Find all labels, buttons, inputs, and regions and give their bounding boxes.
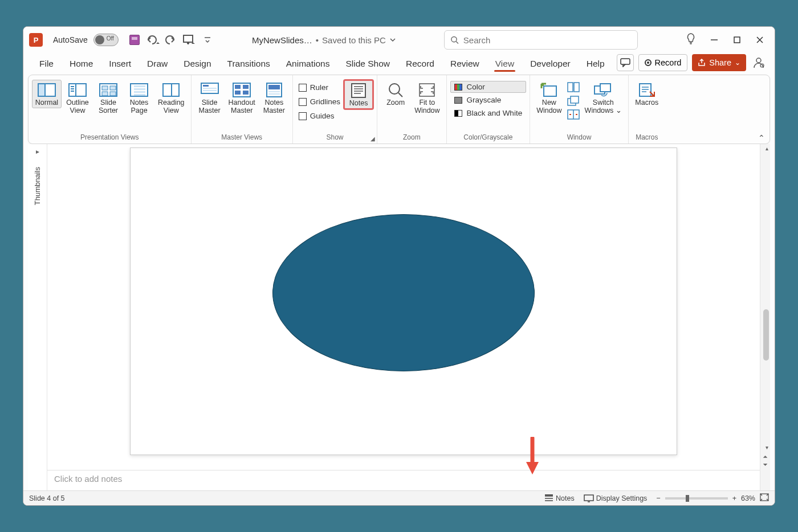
- search-box[interactable]: [444, 30, 638, 50]
- status-notes-button[interactable]: Notes: [544, 494, 575, 502]
- gridlines-checkbox[interactable]: Gridlines: [296, 95, 343, 108]
- move-split-button[interactable]: [567, 109, 580, 122]
- tab-file[interactable]: File: [31, 55, 62, 75]
- ellipse-shape[interactable]: [272, 214, 535, 371]
- tips-button[interactable]: [686, 33, 696, 47]
- fit-to-window-status-button[interactable]: [760, 493, 769, 503]
- comments-button[interactable]: [617, 54, 634, 71]
- expand-thumbnails-button[interactable]: ▸: [36, 148, 39, 155]
- tab-record[interactable]: Record: [398, 55, 442, 75]
- scroll-up-button[interactable]: ▴: [766, 145, 768, 152]
- scrollbar-thumb[interactable]: [763, 309, 769, 361]
- zoom-icon: [388, 82, 404, 98]
- svg-rect-18: [243, 91, 249, 95]
- tab-view[interactable]: View: [487, 55, 522, 75]
- normal-view-button[interactable]: Normal: [32, 80, 62, 108]
- reading-view-button[interactable]: ReadingView: [155, 80, 188, 116]
- macros-button[interactable]: Macros: [632, 80, 662, 108]
- notes-page-icon: [130, 83, 148, 97]
- qat-customize-button[interactable]: [199, 32, 215, 48]
- new-window-icon: [540, 83, 557, 97]
- title-center: MyNewSlides… • Saved to this PC: [218, 35, 430, 45]
- group-label: Window: [567, 133, 592, 144]
- notes-page-button[interactable]: NotesPage: [124, 80, 154, 116]
- zoom-out-button[interactable]: −: [656, 494, 660, 502]
- slide-master-button[interactable]: SlideMaster: [195, 80, 225, 116]
- handout-master-button[interactable]: HandoutMaster: [226, 80, 258, 116]
- save-button[interactable]: [127, 32, 142, 48]
- notes-pane[interactable]: Click to add notes: [47, 470, 760, 490]
- notes-icon: [351, 83, 367, 99]
- record-button[interactable]: Record: [638, 54, 688, 71]
- zoom-button[interactable]: Zoom: [381, 80, 410, 108]
- share-button[interactable]: Share: [692, 54, 746, 71]
- group-master-views: SlideMaster HandoutMaster NotesMaster Ma…: [192, 75, 293, 144]
- slide-counter[interactable]: Slide 4 of 5: [29, 494, 544, 502]
- color-swatch-icon: [454, 84, 462, 91]
- redo-icon: [165, 34, 177, 46]
- search-input[interactable]: [463, 35, 632, 45]
- svg-rect-26: [544, 86, 556, 96]
- zoom-control: − + 63%: [656, 493, 769, 503]
- switch-windows-button[interactable]: SwitchWindows ⌄: [582, 80, 625, 116]
- slide-canvas[interactable]: [47, 144, 760, 470]
- group-window: NewWindow SwitchWindows ⌄ Window: [530, 75, 629, 144]
- grayscale-option[interactable]: Grayscale: [450, 94, 527, 106]
- maximize-button[interactable]: [732, 35, 742, 44]
- account-button[interactable]: [751, 55, 767, 71]
- collapse-ribbon-button[interactable]: ⌃: [758, 133, 765, 142]
- svg-rect-17: [235, 91, 241, 95]
- slide[interactable]: [130, 148, 677, 455]
- minimize-button[interactable]: [710, 35, 719, 44]
- tab-design[interactable]: Design: [176, 55, 219, 75]
- autosave-label: AutoSave: [53, 35, 88, 44]
- redo-button[interactable]: [163, 32, 179, 48]
- zoom-slider[interactable]: [665, 497, 728, 500]
- tab-slideshow[interactable]: Slide Show: [337, 55, 398, 75]
- notes-button[interactable]: Notes: [344, 80, 373, 109]
- title-bar: P AutoSave Off MyNewSlides… • Saved to t…: [23, 27, 775, 53]
- tab-insert[interactable]: Insert: [101, 55, 139, 75]
- notes-master-button[interactable]: NotesMaster: [259, 80, 289, 116]
- vertical-scrollbar[interactable]: ▴ ▾ ⏶ ⏷: [760, 144, 770, 490]
- fit-window-icon: [418, 83, 435, 97]
- next-slide-button[interactable]: ⏷: [763, 461, 768, 468]
- cascade-button[interactable]: [567, 96, 580, 108]
- tab-transitions[interactable]: Transitions: [219, 55, 278, 75]
- tab-review[interactable]: Review: [442, 55, 487, 75]
- new-window-button[interactable]: NewWindow: [534, 80, 564, 116]
- slide-master-icon: [201, 83, 219, 97]
- zoom-in-button[interactable]: +: [732, 494, 736, 502]
- ruler-checkbox[interactable]: Ruler: [296, 81, 343, 94]
- tab-draw[interactable]: Draw: [139, 55, 176, 75]
- saved-location[interactable]: Saved to this PC: [322, 35, 386, 45]
- color-option[interactable]: Color: [450, 81, 527, 93]
- display-settings-button[interactable]: Display Settings: [584, 494, 648, 502]
- fit-to-window-button[interactable]: Fit toWindow: [412, 80, 442, 116]
- outline-view-button[interactable]: OutlineView: [63, 80, 92, 116]
- group-label: Presentation Views: [80, 133, 139, 144]
- group-label: Color/Grayscale: [463, 133, 512, 144]
- thumbnails-panel: ▸ Thumbnails: [28, 144, 47, 490]
- svg-rect-28: [574, 83, 579, 92]
- tab-animations[interactable]: Animations: [278, 55, 338, 75]
- scroll-down-button[interactable]: ▾: [766, 444, 768, 451]
- zoom-percent[interactable]: 63%: [741, 494, 755, 502]
- show-dialog-launcher[interactable]: ◢: [370, 136, 375, 142]
- undo-button[interactable]: [145, 32, 161, 48]
- svg-rect-9: [110, 92, 116, 96]
- tab-home[interactable]: Home: [62, 55, 101, 75]
- document-filename[interactable]: MyNewSlides…: [252, 35, 312, 45]
- arrange-all-button[interactable]: [567, 82, 580, 95]
- autosave-toggle[interactable]: Off: [93, 34, 119, 46]
- tab-help[interactable]: Help: [579, 55, 613, 75]
- prev-slide-button[interactable]: ⏶: [763, 453, 768, 460]
- person-icon: [752, 56, 765, 69]
- slide-sorter-button[interactable]: SlideSorter: [93, 80, 123, 116]
- tab-developer[interactable]: Developer: [522, 55, 579, 75]
- close-button[interactable]: [755, 35, 764, 44]
- guides-checkbox[interactable]: Guides: [296, 109, 343, 122]
- chevron-down-icon[interactable]: [389, 36, 396, 43]
- black-white-option[interactable]: Black and White: [450, 107, 527, 119]
- from-beginning-button[interactable]: [181, 32, 197, 48]
